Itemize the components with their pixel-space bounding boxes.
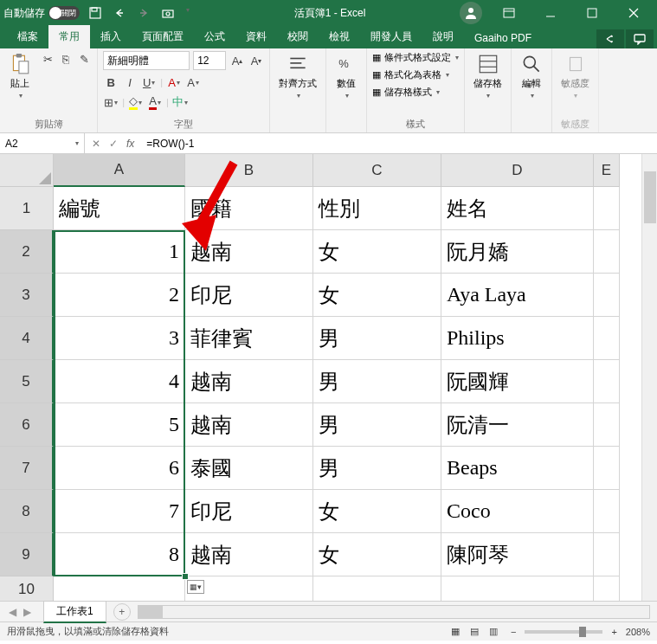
decrease-font-icon[interactable]: A▾ — [248, 53, 264, 68]
cell-A4[interactable]: 3 — [54, 317, 185, 360]
sheet-nav-next-icon[interactable]: ▶ — [23, 606, 31, 618]
zoom-slider[interactable] — [525, 630, 602, 634]
font-size-select[interactable] — [193, 51, 226, 70]
add-sheet-button[interactable]: + — [113, 603, 131, 621]
tab-insert[interactable]: 插入 — [90, 25, 132, 48]
cell-B10[interactable] — [185, 576, 313, 601]
cell-C10[interactable] — [313, 576, 441, 601]
row-header-7[interactable]: 7 — [0, 447, 54, 490]
cell-C2[interactable]: 女 — [313, 230, 441, 274]
cell-A1[interactable]: 編號 — [54, 187, 185, 230]
page-layout-view-icon[interactable]: ▤ — [466, 625, 483, 639]
user-avatar[interactable] — [460, 2, 482, 24]
vertical-scrollbar[interactable] — [641, 154, 657, 601]
cell-E9[interactable] — [594, 533, 620, 576]
phonetic-icon[interactable]: A▾ — [166, 74, 182, 90]
undo-icon[interactable] — [113, 6, 126, 20]
row-header-3[interactable]: 3 — [0, 274, 54, 317]
cell-E6[interactable] — [594, 403, 620, 447]
zoom-out-icon[interactable]: − — [511, 627, 516, 637]
formula-input[interactable]: =ROW()-1 — [141, 138, 657, 150]
cell-E8[interactable] — [594, 490, 620, 533]
row-header-9[interactable]: 9 — [0, 533, 54, 576]
cell-E5[interactable] — [594, 360, 620, 403]
row-header-2[interactable]: 2 — [0, 230, 54, 274]
col-header-E[interactable]: E — [594, 154, 620, 187]
tab-file[interactable]: 檔案 — [7, 25, 48, 48]
underline-icon[interactable]: U▾ — [141, 74, 157, 90]
number-button[interactable]: % 數值▾ — [332, 51, 361, 101]
cell-D3[interactable]: Aya Laya — [441, 274, 594, 317]
tab-review[interactable]: 校閱 — [277, 25, 319, 48]
tab-formulas[interactable]: 公式 — [194, 25, 235, 48]
toggle-switch[interactable]: 關閉 — [48, 6, 80, 20]
cell-D1[interactable]: 姓名 — [441, 187, 594, 230]
name-box[interactable]: A2▾ — [0, 133, 85, 153]
cancel-icon[interactable]: ✕ — [92, 138, 100, 150]
fill-handle[interactable] — [182, 573, 189, 580]
col-header-C[interactable]: C — [313, 154, 441, 187]
editing-button[interactable]: 編輯▾ — [517, 51, 546, 101]
cell-C1[interactable]: 性別 — [313, 187, 441, 230]
increase-font-icon[interactable]: A▴ — [229, 53, 245, 68]
cell-D7[interactable]: Beaps — [441, 447, 594, 490]
col-header-B[interactable]: B — [185, 154, 313, 187]
cell-B8[interactable]: 印尼 — [185, 490, 313, 533]
page-break-view-icon[interactable]: ▥ — [485, 625, 502, 639]
cell-A9[interactable]: 8 — [54, 533, 185, 576]
col-header-A[interactable]: A — [54, 154, 185, 187]
tab-home[interactable]: 常用 — [48, 25, 90, 48]
row-header-5[interactable]: 5 — [0, 360, 54, 403]
cell-D6[interactable]: 阮清一 — [441, 403, 594, 447]
tab-layout[interactable]: 頁面配置 — [132, 25, 194, 48]
cell-E7[interactable] — [594, 447, 620, 490]
sheet-tab-1[interactable]: 工作表1 — [43, 601, 106, 623]
maximize-button[interactable] — [572, 0, 612, 26]
bold-icon[interactable]: B — [103, 74, 119, 90]
cell-B9[interactable]: 越南 — [185, 533, 313, 576]
cells-button[interactable]: 儲存格▾ — [470, 51, 506, 101]
minimize-button[interactable] — [531, 0, 570, 26]
row-header-6[interactable]: 6 — [0, 403, 54, 447]
cell-A6[interactable]: 5 — [54, 403, 185, 447]
cell-A8[interactable]: 7 — [54, 490, 185, 533]
cell-B1[interactable]: 國籍 — [185, 187, 313, 230]
cell-D4[interactable]: Philips — [441, 317, 594, 360]
spreadsheet[interactable]: ABCDE 12345678910 編號國籍性別姓名1越南女阮月嬌2印尼女Aya… — [0, 154, 657, 601]
cell-C4[interactable]: 男 — [313, 317, 441, 360]
sheet-nav-prev-icon[interactable]: ◀ — [9, 606, 16, 618]
paste-button[interactable]: 貼上▾ — [5, 51, 35, 101]
comments-icon[interactable] — [626, 29, 654, 48]
cell-B2[interactable]: 越南 — [185, 230, 313, 274]
cell-B5[interactable]: 越南 — [185, 360, 313, 403]
row-header-4[interactable]: 4 — [0, 317, 54, 360]
cell-A7[interactable]: 6 — [54, 447, 185, 490]
cell-B4[interactable]: 菲律賓 — [185, 317, 313, 360]
fill-color-icon[interactable]: ◇▾ — [128, 94, 144, 110]
redo-icon[interactable] — [137, 6, 151, 20]
cell-C8[interactable]: 女 — [313, 490, 441, 533]
save-icon[interactable] — [88, 6, 102, 20]
font-grow-icon[interactable]: A▾ — [185, 74, 201, 90]
cell-C3[interactable]: 女 — [313, 274, 441, 317]
share-icon[interactable] — [596, 29, 624, 48]
ribbon-display-icon[interactable] — [489, 0, 529, 26]
tab-data[interactable]: 資料 — [235, 25, 277, 48]
horizontal-scrollbar[interactable] — [138, 605, 650, 619]
cell-E3[interactable] — [594, 274, 620, 317]
qat-dropdown-icon[interactable]: ▾ — [186, 6, 200, 20]
alignment-button[interactable]: 對齊方式▾ — [275, 51, 320, 101]
cell-styles-button[interactable]: ▦ 儲存格樣式 ▾ — [372, 86, 440, 99]
zoom-level[interactable]: 208% — [626, 627, 650, 637]
italic-icon[interactable]: I — [122, 74, 138, 90]
font-color-icon[interactable]: A▾ — [147, 94, 163, 110]
cell-E2[interactable] — [594, 230, 620, 274]
cell-A5[interactable]: 4 — [54, 360, 185, 403]
normal-view-icon[interactable]: ▦ — [447, 625, 464, 639]
tab-developer[interactable]: 開發人員 — [360, 25, 422, 48]
cell-D8[interactable]: Coco — [441, 490, 594, 533]
cell-B6[interactable]: 越南 — [185, 403, 313, 447]
conditional-format-button[interactable]: ▦ 條件式格式設定 ▾ — [372, 51, 459, 64]
phonetic-guide-icon[interactable]: 中▾ — [172, 94, 188, 110]
tab-help[interactable]: 說明 — [422, 25, 464, 48]
